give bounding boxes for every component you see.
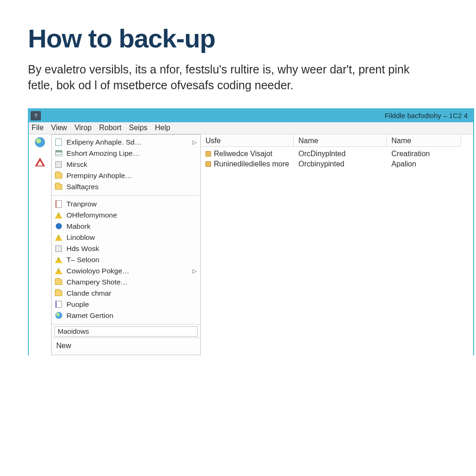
menu-item[interactable]: Clande chmar (52, 288, 200, 299)
menu-help[interactable]: Help (155, 124, 170, 132)
menu-item-label: Hds Wosk (66, 245, 99, 253)
menu-item-label: Exlipeny Anhaple. Sd… (66, 138, 142, 146)
folder-icon (54, 289, 63, 298)
menu-item-label: Prempiny Anhople… (66, 172, 132, 180)
menu-item-label: Salftaçres (66, 183, 99, 191)
list-icon (54, 149, 63, 158)
col-header-1[interactable]: Name (294, 135, 387, 147)
menu-separator (52, 324, 200, 324)
menu-item[interactable]: Linoblow (52, 232, 200, 243)
purple-icon (54, 300, 63, 309)
menu-separator (52, 337, 200, 338)
menu-item[interactable]: Mabork (52, 221, 200, 232)
warning-icon (54, 233, 63, 242)
menu-item[interactable]: OHfefomymone (52, 210, 200, 221)
article-title: How to back-up (28, 23, 448, 53)
menu-item-label: Linoblow (66, 233, 95, 242)
menu-item-label: OHfefomymone (66, 211, 117, 219)
folder-icon (54, 172, 63, 180)
file-dropdown-menu: Exlipeny Anhaple. Sd…▷Eshort Amozing Lip… (51, 134, 201, 355)
menu-robort[interactable]: Robort (99, 124, 121, 132)
menu-item-label: Puople (66, 300, 89, 309)
globe-icon (54, 311, 63, 320)
article-paragraph: By evaletro versibls, its a nfor, festsl… (28, 62, 437, 93)
cell: Orcbinypinted (294, 160, 387, 168)
menu-view[interactable]: View (51, 124, 67, 132)
menu-item[interactable]: Puople (52, 299, 200, 310)
menu-item[interactable]: Salftaçres (52, 181, 200, 192)
menu-item[interactable]: Eshort Amozing Lipe… (52, 148, 200, 159)
folder-icon (54, 278, 63, 286)
menu-file[interactable]: File (32, 124, 44, 132)
menu-seips[interactable]: Seips (129, 124, 147, 132)
app-window: ? Filddle bacfodtohy – 1C2 4 File View V… (28, 108, 474, 355)
menu-item[interactable]: Ramet Gertion (52, 310, 200, 321)
warning-icon (54, 256, 63, 264)
menu-item-label: Clande chmar (66, 289, 112, 298)
alert-icon[interactable] (35, 158, 45, 166)
blue-icon (54, 222, 63, 231)
tree-icon (54, 245, 63, 253)
submenu-arrow-icon: ▷ (192, 139, 197, 145)
cell: Creatiration (387, 150, 461, 158)
menu-item[interactable]: Exlipeny Anhaple. Sd…▷ (52, 137, 200, 148)
menu-item[interactable]: Mirsck (52, 159, 200, 170)
titlebar[interactable]: ? Filddle bacfodtohy – 1C2 4 (29, 109, 473, 122)
menubar: File View Virop Robort Seips Help (29, 122, 473, 134)
menu-item-label: Ramet Gertion (66, 311, 113, 320)
system-icon-glyph: ? (34, 113, 37, 119)
globe-icon[interactable] (35, 137, 45, 147)
note-icon (54, 200, 63, 208)
menu-item-label: Champery Shote… (66, 278, 128, 286)
menu-search-input[interactable]: Maoidows (54, 326, 198, 337)
file-icon (205, 151, 211, 157)
client-area: Exlipeny Anhaple. Sd…▷Eshort Amozing Lip… (29, 134, 473, 355)
folder-icon (54, 183, 63, 191)
menu-item-label: Mirsck (66, 160, 87, 169)
menu-item-label: Cowioloyo Pokge… (66, 267, 129, 275)
col-header-0[interactable]: Usfe (201, 135, 294, 147)
file-icon (205, 161, 211, 167)
system-icon[interactable]: ? (31, 111, 41, 120)
table-row[interactable]: Runinediledielles moreOrcbinypintedApali… (201, 159, 473, 169)
menu-item[interactable]: Hds Wosk (52, 243, 200, 254)
left-sidebar (29, 134, 51, 166)
menu-item[interactable]: Cowioloyo Pokge…▷ (52, 265, 200, 277)
menu-item-label: Mabork (66, 222, 91, 231)
cell: OrcDinyplnted (294, 150, 387, 158)
menu-item[interactable]: Champery Shote… (52, 277, 200, 288)
content-pane: Usfe Name Name Reliwedce VisajotOrcDinyp… (201, 134, 473, 169)
menu-item[interactable]: T– Seloon (52, 254, 200, 265)
cell-text: Reliwedce Visajot (214, 150, 272, 158)
warning-icon (54, 267, 63, 275)
doc-icon (54, 138, 63, 146)
submenu-arrow-icon: ▷ (192, 268, 197, 274)
tree-icon (54, 160, 63, 169)
menu-virop[interactable]: Virop (74, 124, 92, 132)
cell: Apalion (387, 160, 461, 168)
table-row[interactable]: Reliwedce VisajotOrcDinyplntedCreatirati… (201, 149, 473, 159)
menu-item-label: T– Seloon (66, 256, 99, 264)
menu-separator (52, 195, 200, 196)
cell: Reliwedce Visajot (201, 150, 294, 158)
col-header-2[interactable]: Name (387, 135, 461, 147)
column-headers: Usfe Name Name (201, 135, 473, 147)
menu-item-label: Tranprow (66, 200, 97, 208)
cell-text: Runinediledielles more (214, 160, 289, 168)
menu-item-label: Eshort Amozing Lipe… (66, 149, 140, 158)
menu-item[interactable]: Prempiny Anhople… (52, 170, 200, 181)
menu-new[interactable]: New (52, 339, 200, 355)
cell: Runinediledielles more (201, 160, 294, 168)
window-title: Filddle bacfodtohy – 1C2 4 (385, 112, 468, 119)
warning-icon (54, 211, 63, 219)
menu-item[interactable]: Tranprow (52, 198, 200, 210)
